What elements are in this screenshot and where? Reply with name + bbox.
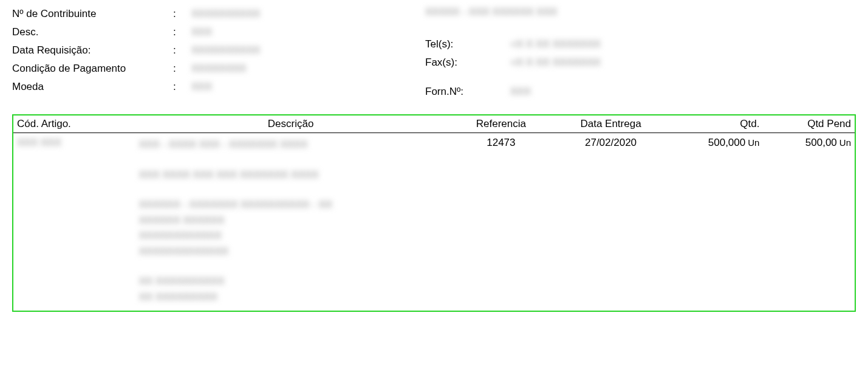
colon: : bbox=[173, 63, 191, 75]
items-highlight-box: Cód. Artigo. Descrição Referencia Data E… bbox=[12, 114, 856, 312]
row-qtd: 500,000 bbox=[708, 137, 745, 148]
row-desc-line: XXXXXX XXXXXX bbox=[139, 213, 443, 229]
moeda-row: Moeda : XXX bbox=[12, 79, 425, 95]
data-requisicao-row: Data Requisição: : XXXXXXXXXX bbox=[12, 43, 425, 58]
tel-value: +X X XX XXXXXXX bbox=[510, 38, 856, 50]
data-requisicao-label: Data Requisição: bbox=[12, 44, 173, 57]
row-pend: 500,00 bbox=[805, 137, 837, 148]
header-date: Data Entrega bbox=[556, 115, 666, 133]
row-date: 27/02/2020 bbox=[556, 133, 666, 311]
fax-row: Fax(s): +X X XX XXXXXXX bbox=[425, 55, 856, 71]
top-right-line: XXXXX - XXX XXXXXX XXX bbox=[425, 6, 856, 18]
forn-label: Forn.Nº: bbox=[425, 86, 510, 98]
fax-value: +X X XX XXXXXXX bbox=[510, 57, 856, 69]
desc-label: Desc. bbox=[12, 26, 173, 38]
data-requisicao-value: XXXXXXXXXX bbox=[191, 44, 425, 57]
header-left-column: Nº de Contribuinte : XXXXXXXXXX Desc. : … bbox=[12, 6, 425, 102]
forn-row: Forn.Nº: XXX bbox=[425, 84, 856, 100]
row-ref: 12473 bbox=[446, 133, 556, 311]
row-pend-unit: Un bbox=[839, 137, 851, 148]
header-right-column: XXXXX - XXX XXXXXX XXX Tel(s): +X X XX X… bbox=[425, 6, 856, 102]
row-desc-line: XX XXXXXXXXXX bbox=[139, 274, 443, 289]
colon: : bbox=[173, 8, 191, 20]
colon: : bbox=[173, 26, 191, 38]
header-desc: Descrição bbox=[135, 115, 446, 133]
condicao-pagamento-label: Condição de Pagamento bbox=[12, 63, 173, 75]
row-pend-cell: 500,00Un bbox=[763, 133, 855, 311]
row-desc-line: XXXXXX - XXXXXXX XXXXXXXXXX - XX bbox=[139, 197, 443, 213]
table-header-row: Cód. Artigo. Descrição Referencia Data E… bbox=[13, 115, 855, 133]
contribuinte-row: Nº de Contribuinte : XXXXXXXXXX bbox=[12, 6, 425, 22]
row-cod: XXX XXX bbox=[17, 137, 61, 148]
moeda-label: Moeda bbox=[12, 81, 173, 93]
contribuinte-label: Nº de Contribuinte bbox=[12, 8, 173, 20]
moeda-value: XXX bbox=[191, 81, 425, 93]
contribuinte-value: XXXXXXXXXX bbox=[191, 8, 425, 20]
condicao-pagamento-value: XXXXXXXX bbox=[191, 63, 425, 75]
desc-value: XXX bbox=[191, 26, 425, 38]
fax-label: Fax(s): bbox=[425, 57, 510, 69]
condicao-pagamento-row: Condição de Pagamento : XXXXXXXX bbox=[12, 61, 425, 77]
header-pend: Qtd Pend bbox=[763, 115, 855, 133]
table-row: XXX XXX XXX - XXXX XXX - XXXXXXX XXXX XX… bbox=[13, 133, 855, 311]
tel-label: Tel(s): bbox=[425, 38, 510, 50]
row-desc-line: XX XXXXXXXXX bbox=[139, 289, 443, 305]
colon: : bbox=[173, 81, 191, 93]
header-ref: Referencia bbox=[446, 115, 556, 133]
row-qtd-unit: Un bbox=[748, 137, 759, 148]
header-cod: Cód. Artigo. bbox=[13, 115, 135, 133]
forn-value: XXX bbox=[510, 86, 856, 98]
tel-row: Tel(s): +X X XX XXXXXXX bbox=[425, 36, 856, 52]
row-desc-line: XXXXXXXXXXXX bbox=[139, 228, 443, 244]
row-desc-line: XXX XXXX XXX XXX XXXXXXX XXXX bbox=[139, 167, 443, 183]
header-qtd: Qtd. bbox=[666, 115, 764, 133]
row-desc-line: XXXXXXXXXXXXX bbox=[139, 244, 443, 260]
row-desc-line: XXX - XXXX XXX - XXXXXXX XXXX bbox=[139, 137, 443, 153]
row-qtd-cell: 500,000Un bbox=[666, 133, 764, 311]
desc-row: Desc. : XXX bbox=[12, 24, 425, 40]
items-table: Cód. Artigo. Descrição Referencia Data E… bbox=[13, 115, 855, 311]
document-header: Nº de Contribuinte : XXXXXXXXXX Desc. : … bbox=[12, 6, 856, 102]
colon: : bbox=[173, 44, 191, 57]
